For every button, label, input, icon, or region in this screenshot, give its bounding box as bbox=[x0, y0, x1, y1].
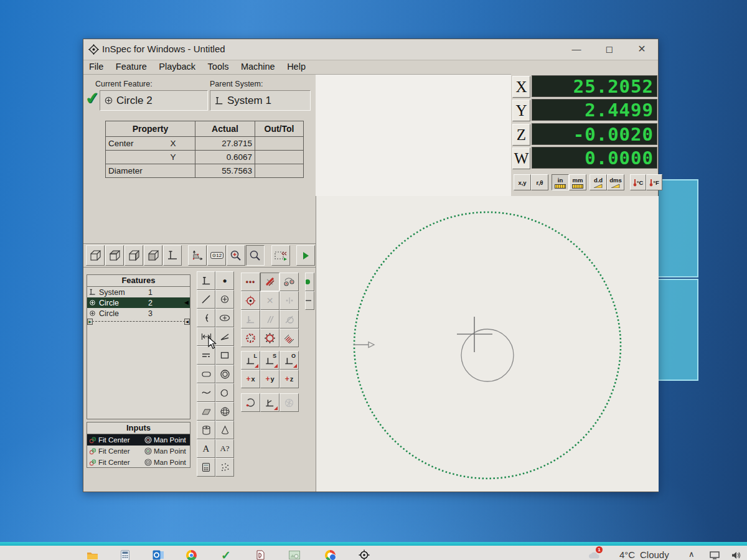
chrome-icon[interactable] bbox=[185, 549, 197, 560]
tool-perpendicular-disabled[interactable] bbox=[241, 310, 260, 329]
document-app-icon[interactable] bbox=[254, 549, 266, 560]
tool-cone[interactable] bbox=[215, 421, 234, 439]
zoom-window-button[interactable] bbox=[246, 245, 265, 266]
tool-tangent-disabled[interactable] bbox=[280, 310, 299, 329]
view-axis-button[interactable] bbox=[163, 245, 182, 266]
tool-system-S[interactable]: S bbox=[260, 351, 280, 370]
tool-system-O[interactable]: O bbox=[280, 351, 299, 370]
tool-line[interactable] bbox=[197, 290, 215, 309]
units-fahrenheit-button[interactable]: °F bbox=[646, 174, 662, 190]
minimize-button[interactable]: — bbox=[568, 42, 585, 57]
file-explorer-icon[interactable] bbox=[86, 549, 98, 560]
tool-zero-z[interactable]: +z bbox=[280, 370, 299, 388]
units-cartesian-button[interactable]: x,y bbox=[514, 174, 531, 190]
tool-circle[interactable] bbox=[215, 290, 234, 309]
step-playback-button[interactable] bbox=[271, 245, 290, 266]
units-inch-button[interactable]: in bbox=[552, 174, 569, 190]
tool-ellipse[interactable] bbox=[215, 309, 234, 327]
graphics-viewport[interactable] bbox=[316, 196, 659, 492]
tool-dots-mode[interactable]: ••• bbox=[241, 273, 260, 291]
datum-align-button[interactable] bbox=[188, 245, 207, 266]
tray-display-icon[interactable] bbox=[708, 549, 721, 560]
titlebar[interactable]: InSpec for Windows - Untitled — ◻ ✕ bbox=[83, 39, 658, 60]
parent-system-box[interactable]: System 1 bbox=[210, 90, 311, 111]
tool-midpoint-disabled[interactable] bbox=[280, 291, 299, 310]
input-row-selected[interactable]: Fit Center Man Point bbox=[87, 434, 190, 446]
checkmark-app-icon[interactable]: ✓ bbox=[220, 549, 232, 560]
view-cube-front-button[interactable] bbox=[144, 245, 162, 266]
tool-rectangle[interactable] bbox=[215, 346, 234, 365]
menu-help[interactable]: Help bbox=[287, 60, 306, 74]
weather-condition[interactable]: Cloudy bbox=[640, 549, 669, 560]
tool-label-query[interactable]: A? bbox=[215, 439, 234, 458]
tool-system-L[interactable]: L bbox=[241, 351, 260, 370]
feature-row-system[interactable]: System 1 bbox=[87, 287, 190, 297]
tool-curve[interactable] bbox=[197, 383, 215, 402]
tool-probe-target[interactable] bbox=[241, 291, 260, 310]
menu-feature[interactable]: Feature bbox=[116, 60, 147, 74]
tool-rotate-system[interactable] bbox=[241, 393, 260, 412]
units-dms-button[interactable]: dms bbox=[607, 174, 624, 190]
zoom-in-button[interactable] bbox=[227, 245, 245, 266]
tool-intersect-disabled[interactable]: ✕ bbox=[260, 291, 280, 310]
units-decimal-degree-button[interactable]: d.d bbox=[590, 174, 607, 190]
units-mm-button[interactable]: mm bbox=[569, 174, 586, 190]
inspec-target-icon[interactable] bbox=[358, 549, 370, 560]
tray-speaker-icon[interactable] bbox=[730, 549, 742, 560]
current-feature-box[interactable]: Circle 2 bbox=[100, 90, 208, 111]
tool-align-axis[interactable] bbox=[260, 393, 280, 412]
view-cube-side-button[interactable] bbox=[125, 245, 143, 266]
tool-arc[interactable] bbox=[197, 309, 215, 327]
play-button[interactable] bbox=[296, 245, 315, 266]
dro-axis-x-button[interactable]: X bbox=[512, 76, 530, 98]
tool-outer-diameter[interactable] bbox=[260, 329, 280, 347]
dro-axis-y-button[interactable]: Y bbox=[512, 100, 530, 121]
tool-point[interactable]: ● bbox=[215, 271, 234, 290]
view-cube-wireframe-button[interactable] bbox=[86, 245, 105, 266]
tool-inner-diameter[interactable] bbox=[241, 329, 260, 347]
tool-sphere[interactable] bbox=[215, 402, 234, 421]
tool-calculator[interactable] bbox=[197, 458, 215, 477]
maximize-button[interactable]: ◻ bbox=[601, 42, 618, 57]
tool-zero-x[interactable]: +x bbox=[241, 370, 260, 388]
feature-callout-button[interactable]: ⊙12 bbox=[207, 245, 226, 266]
tool-ring[interactable] bbox=[215, 365, 234, 383]
menu-machine[interactable]: Machine bbox=[241, 60, 275, 74]
tray-chevron-icon[interactable]: ∧ bbox=[688, 549, 695, 559]
tool-plane[interactable] bbox=[197, 402, 215, 421]
tool-system-axis[interactable] bbox=[197, 271, 215, 290]
input-row[interactable]: Fit Center Man Point bbox=[87, 446, 190, 457]
dro-axis-w-button[interactable]: W bbox=[512, 147, 530, 169]
tool-multitool[interactable] bbox=[260, 273, 280, 291]
menu-playback[interactable]: Playback bbox=[159, 60, 195, 74]
view-cube-top-button[interactable] bbox=[105, 245, 124, 266]
tool-label-a[interactable]: A bbox=[197, 439, 215, 458]
input-row[interactable]: Fit Center Man Point bbox=[87, 457, 190, 468]
tool-cylinder[interactable] bbox=[197, 421, 215, 439]
tool-blob-region[interactable] bbox=[215, 383, 234, 402]
photos-app-icon[interactable] bbox=[288, 549, 301, 560]
weather-temperature[interactable]: 4°C bbox=[619, 549, 635, 560]
insertion-point-row[interactable]: ▶ ◀ bbox=[87, 319, 190, 325]
insertion-right-handle[interactable]: ◀ bbox=[184, 319, 190, 325]
menu-file[interactable]: File bbox=[89, 60, 103, 74]
dro-axis-z-button[interactable]: Z bbox=[512, 124, 530, 146]
units-polar-button[interactable]: r,θ bbox=[531, 174, 548, 190]
feature-row-circle-3[interactable]: Circle 3 bbox=[87, 308, 190, 319]
units-celsius-button[interactable]: °C bbox=[630, 174, 646, 190]
insertion-left-handle[interactable]: ▶ bbox=[87, 319, 93, 325]
tool-zero-y[interactable]: +y bbox=[260, 370, 280, 388]
tool-surface-hatch[interactable] bbox=[280, 329, 299, 347]
tool-auto-feature[interactable] bbox=[280, 273, 299, 291]
close-button[interactable]: ✕ bbox=[634, 42, 650, 57]
tool-angle[interactable] bbox=[215, 327, 234, 346]
calculator-icon[interactable] bbox=[119, 549, 131, 560]
tool-sphere-align-disabled[interactable] bbox=[280, 393, 299, 412]
tool-parallel-disabled[interactable] bbox=[260, 310, 280, 329]
tool-point-cloud[interactable] bbox=[215, 458, 234, 477]
menu-tools[interactable]: Tools bbox=[208, 60, 229, 74]
outlook-icon[interactable] bbox=[152, 549, 164, 560]
browser-profile-icon[interactable] bbox=[324, 549, 336, 560]
weather-cloud-icon[interactable]: 1 bbox=[588, 549, 600, 560]
feature-row-circle-2-selected[interactable]: Circle 2 ◀ bbox=[87, 297, 190, 308]
